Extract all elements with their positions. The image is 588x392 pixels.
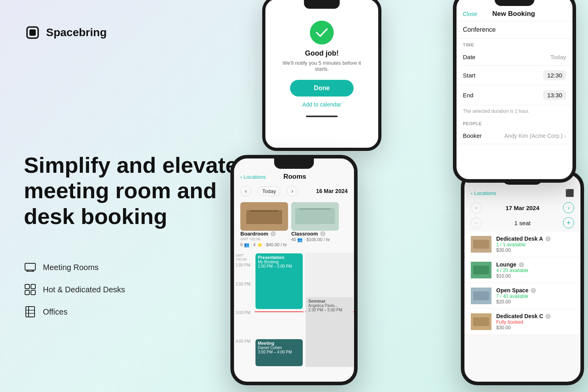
svg-rect-17 — [250, 210, 278, 212]
boardroom-thumbnail — [240, 202, 288, 231]
phone-notch — [304, 0, 340, 9]
desk-item-name-1: Lounge i — [496, 261, 574, 268]
booking-time: 3:00 PM – 4:00 PM — [258, 350, 300, 354]
desk-item-info-2: Open Space i 7 / 40 available $20.00 — [496, 287, 574, 305]
success-checkmark — [310, 21, 334, 44]
add-calendar-link[interactable]: Add to calendar — [302, 101, 341, 108]
logo-text: Spacebring — [46, 26, 106, 39]
phones-area: Good job! We'll notify you 5 minutes bef… — [230, 0, 588, 392]
room-card-classroom[interactable]: Classroom i 40 👥 · $100.00 / hr — [291, 202, 339, 248]
next-arrow[interactable]: › — [287, 185, 298, 197]
feature-meeting-rooms: Meeting Rooms — [24, 261, 246, 274]
svg-rect-7 — [25, 284, 29, 289]
booker-name: Andy Kim (Acme Corp.) — [504, 133, 563, 139]
info-icon: i — [519, 262, 524, 267]
chevron-right-icon: › — [564, 133, 566, 139]
room-card-boardroom[interactable]: Boardroom i GMT +02:00 6 👥 · 4 ⭐ · $40.0… — [240, 202, 288, 248]
info-icon: i — [320, 231, 325, 236]
home-indicator — [306, 116, 338, 117]
back-chevron-icon: ‹ — [240, 174, 242, 180]
boardroom-name: Boardroom i — [240, 231, 288, 237]
spacebring-logo-icon — [24, 24, 41, 41]
decrease-seat-button[interactable]: − — [471, 217, 482, 228]
current-time-line — [255, 311, 304, 312]
desk-item-name-3: Dedicated Desk C i — [496, 313, 574, 319]
start-label: Start — [463, 72, 476, 79]
close-button[interactable]: Close — [463, 11, 477, 17]
rooms-title: Rooms — [283, 173, 306, 181]
classroom-col: Seminar Angelica Pavlo... 2:30 PM – 5:00… — [305, 253, 354, 367]
desk-item-name-0: Dedicated Desk A i — [496, 236, 574, 242]
desk-item-0[interactable]: Dedicated Desk A i 1 / 1 available $30.0… — [464, 232, 580, 257]
desk-date-nav: ‹ 17 Mar 2024 › — [464, 200, 580, 216]
hot-desks-label: Hot & Dedicated Desks — [43, 285, 125, 294]
end-value[interactable]: 13:30 — [543, 90, 566, 100]
date-value: Today — [550, 54, 566, 60]
duration-note: The selected duration is 1 hour. — [456, 105, 573, 117]
locations-back-label: Locations — [244, 174, 266, 180]
desk-price-3: $30.00 — [496, 325, 574, 330]
boardroom-col: Presentation My Booking 1:00 PM – 3:00 P… — [255, 253, 304, 367]
phone-notch — [274, 158, 314, 169]
success-subtitle: We'll notify you 5 minutes before it sta… — [275, 60, 369, 72]
desk-nav-back[interactable]: ‹ Locations — [471, 190, 496, 196]
start-row: Start 12:30 — [456, 66, 573, 85]
classroom-meta: 40 👥 · $100.00 / hr — [291, 237, 339, 243]
desk-avail-0: 1 / 1 available — [496, 242, 574, 247]
meeting-booking[interactable]: Meeting Daniel Cohen 3:00 PM – 4:00 PM — [255, 339, 303, 366]
info-icon: i — [271, 231, 276, 236]
headline: Simplify and elevate meeting room and de… — [24, 153, 246, 229]
rooms-header: ‹ Locations Rooms — [234, 169, 354, 183]
booker-row[interactable]: Booker Andy Kim (Acme Corp.) › — [456, 127, 573, 144]
desk-item-3[interactable]: Dedicated Desk C i Fully booked $30.00 — [464, 309, 580, 335]
presentation-booking[interactable]: Presentation My Booking 1:00 PM – 3:00 P… — [255, 253, 303, 309]
date-display: 16 Mar 2024 — [316, 188, 348, 194]
end-row: End 13:30 — [456, 85, 573, 105]
boardroom-meta: GMT +02:00 6 👥 · 4 ⭐ · $40.00 / hr — [240, 237, 288, 248]
increase-seat-button[interactable]: + — [563, 217, 574, 228]
time-4pm: 4:00 PM — [236, 338, 253, 367]
svg-rect-3 — [25, 263, 35, 270]
offices-label: Offices — [43, 307, 68, 317]
booking-header: Close New Booking — [456, 6, 573, 21]
start-value[interactable]: 12:30 — [543, 70, 566, 80]
time-1pm: GMT +02:00 1:00 PM — [236, 253, 253, 281]
seminar-booking[interactable]: Seminar Angelica Pavlo... 2:30 PM – 5:00… — [306, 297, 353, 367]
info-icon: i — [531, 288, 536, 293]
date-nav-arrows: ‹ Today › — [240, 185, 298, 197]
back-chevron-icon: ‹ — [471, 190, 472, 196]
logo-area: Spacebring — [24, 24, 246, 41]
rooms-nav-back[interactable]: ‹ Locations — [240, 174, 266, 180]
phone-new-booking: Close New Booking Conference TIME Date T… — [453, 0, 576, 183]
prev-arrow[interactable]: ‹ — [240, 185, 251, 197]
desk-avail-3: Fully booked — [496, 319, 574, 325]
booker-value: Andy Kim (Acme Corp.) › — [504, 133, 566, 139]
time-3pm: 3:00 PM — [236, 310, 253, 338]
hot-desks-icon — [24, 283, 37, 296]
desk-price-0: $30.00 — [496, 247, 574, 253]
lounge-thumbnail — [471, 262, 491, 278]
next-date-button[interactable]: › — [563, 202, 574, 213]
done-button[interactable]: Done — [290, 80, 354, 97]
date-label: Date — [463, 54, 476, 60]
svg-rect-22 — [473, 240, 489, 249]
info-icon: i — [545, 236, 551, 241]
calendar-area: GMT +02:00 1:00 PM 2:00 PM 3:00 PM 4:00 … — [234, 251, 354, 367]
booking-sub: Angelica Pavlo... — [308, 303, 351, 308]
today-badge[interactable]: Today — [258, 186, 280, 196]
prev-date-button[interactable]: ‹ — [471, 202, 482, 213]
calendar-icon[interactable]: ⬛ — [565, 189, 574, 197]
desk-item-2[interactable]: Open Space i 7 / 40 available $20.00 — [464, 283, 580, 309]
left-section: Spacebring Simplify and elevate meeting … — [24, 0, 246, 392]
desk-item-1[interactable]: Lounge i 4 / 20 available $10.00 — [464, 257, 580, 283]
desk-avail-2: 7 / 40 available — [496, 294, 574, 299]
classroom-name: Classroom i — [291, 231, 339, 237]
booking-name: Presentation — [258, 255, 300, 260]
time-section-label: TIME — [456, 39, 573, 49]
desk-item-info-3: Dedicated Desk C i Fully booked $30.00 — [496, 313, 574, 330]
svg-rect-10 — [31, 290, 35, 295]
svg-rect-16 — [246, 210, 282, 224]
svg-rect-11 — [26, 307, 35, 317]
desk-item-info-0: Dedicated Desk A i 1 / 1 available $30.0… — [496, 236, 574, 253]
conference-input[interactable]: Conference — [456, 21, 573, 39]
